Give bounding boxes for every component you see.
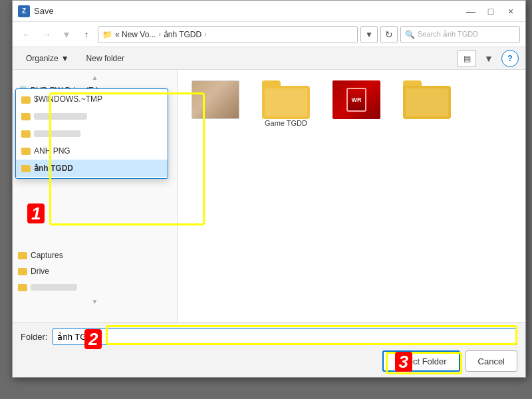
refresh-button[interactable]: ↻ xyxy=(380,26,398,43)
rar-thumb: WR xyxy=(332,80,380,119)
windows-tmp-label: $WINDOWS.~TMP xyxy=(34,94,102,104)
blurred3-label xyxy=(31,284,77,291)
file-item-folder2[interactable] xyxy=(397,78,457,130)
breadcrumb-bar[interactable]: 📁 « New Vo... › ảnh TGDD › xyxy=(98,26,358,43)
image1-thumb xyxy=(192,80,239,119)
close-button[interactable]: × xyxy=(501,2,520,21)
search-placeholder: Search ảnh TGDD xyxy=(418,30,478,39)
minimize-button[interactable]: — xyxy=(462,2,480,21)
breadcrumb-arrow2: › xyxy=(204,31,206,38)
captures-label: Captures xyxy=(31,251,63,260)
folder-icon-windows-tmp xyxy=(21,96,31,104)
maximize-button[interactable]: □ xyxy=(481,2,500,21)
anh-png-label: ANH PNG xyxy=(34,146,70,156)
dropdown-item-blurred1[interactable] xyxy=(16,108,168,125)
annotation-3: 3 xyxy=(395,352,412,372)
anh-tgdd-label: ảnh TGDD xyxy=(34,164,73,173)
dropdown-item-windows-tmp[interactable]: $WINDOWS.~TMP xyxy=(16,90,168,108)
breadcrumb-arrow: › xyxy=(158,31,160,38)
breadcrumb-dropdown-button[interactable]: ▼ xyxy=(360,26,378,43)
new-folder-button[interactable]: New folder xyxy=(80,50,131,67)
annotation-2: 2 xyxy=(84,329,102,349)
nav-dropdown-button[interactable]: ▼ xyxy=(58,26,75,43)
folder2-thumb xyxy=(403,80,451,119)
navigation-bar: ← → ▼ ↑ 📁 « New Vo... › ảnh TGDD › ▼ ↻ 🔍… xyxy=(13,22,525,47)
folder-icon-blurred1 xyxy=(21,113,31,120)
save-dialog: Z Save — □ × ← → ▼ ↑ 📁 « New Vo... › ảnh… xyxy=(12,0,526,378)
folder-icon-anh-png xyxy=(21,148,31,155)
organize-dropdown-icon: ▼ xyxy=(61,54,69,63)
new-folder-label: New folder xyxy=(86,54,124,63)
drive-label: Drive xyxy=(31,267,49,276)
dropdown-item-blurred2[interactable] xyxy=(16,125,168,142)
tree-item-blurred3[interactable] xyxy=(13,279,177,295)
breadcrumb-part2: ảnh TGDD xyxy=(164,30,201,39)
toolbar: Organize ▼ New folder ▤ ▼ ? xyxy=(13,47,525,70)
blurred1-label xyxy=(34,113,87,120)
tree-item-captures[interactable]: Captures xyxy=(13,247,177,263)
file-item-game-tgdd[interactable]: Game TGDD xyxy=(256,78,316,130)
view-dropdown-button[interactable]: ▼ xyxy=(480,50,497,67)
dropdown-item-anh-tgdd[interactable]: ảnh TGDD xyxy=(16,160,168,177)
blurred2-label xyxy=(34,130,80,137)
window-controls: — □ × xyxy=(462,2,520,21)
back-button[interactable]: ← xyxy=(18,26,35,43)
folder-icon-captures xyxy=(18,252,27,259)
content-area: ▲ 💿 DVD RW Drive (E:) ▶ 💾 New Volume (F:… xyxy=(13,70,525,322)
help-button[interactable]: ? xyxy=(501,50,519,67)
titlebar: Z Save — □ × xyxy=(13,1,525,22)
cancel-button[interactable]: Cancel xyxy=(466,350,517,372)
organize-button[interactable]: Organize ▼ xyxy=(19,50,76,67)
bottom-bar: Folder: Select Folder Cancel 2 3 xyxy=(13,322,525,377)
help-label: ? xyxy=(507,54,512,63)
search-icon: 🔍 xyxy=(405,30,415,39)
dialog-title: Save xyxy=(34,6,462,16)
organize-label: Organize xyxy=(26,54,59,63)
folder-label: Folder: xyxy=(21,332,47,342)
game-tgdd-thumb xyxy=(262,80,310,119)
dropdown-item-anh-png[interactable]: ANH PNG xyxy=(16,142,168,160)
folder-icon-blurred2 xyxy=(21,130,31,138)
folder-icon-blurred3 xyxy=(18,284,27,291)
view-icon: ▤ xyxy=(464,54,471,63)
sidebar: ▲ 💿 DVD RW Drive (E:) ▶ 💾 New Volume (F:… xyxy=(13,70,178,322)
view-toggle-button[interactable]: ▤ xyxy=(458,50,476,67)
file-item-image1[interactable] xyxy=(186,78,245,130)
breadcrumb-folder-icon: 📁 xyxy=(102,30,112,39)
select-folder-button[interactable]: Select Folder xyxy=(382,350,460,372)
folder-icon-anh-tgdd xyxy=(21,165,31,172)
tree-item-drive[interactable]: Drive xyxy=(13,263,177,279)
search-bar[interactable]: 🔍 Search ảnh TGDD xyxy=(400,26,520,43)
file-view: Game TGDD WR xyxy=(178,70,525,322)
forward-button[interactable]: → xyxy=(38,26,55,43)
folder-input[interactable] xyxy=(53,328,517,345)
annotation-1: 1 xyxy=(27,203,45,223)
up-button[interactable]: ↑ xyxy=(78,26,95,43)
breadcrumb-part1: « New Vo... xyxy=(115,30,156,39)
buttons-row: Select Folder Cancel xyxy=(21,350,517,372)
file-item-rar[interactable]: WR xyxy=(327,78,386,130)
app-icon: Z xyxy=(18,5,30,17)
volume-dropdown: $WINDOWS.~TMP ANH PNG ảnh TGDD xyxy=(15,88,168,179)
game-tgdd-name: Game TGDD xyxy=(265,119,307,127)
folder-icon-drive xyxy=(18,268,27,275)
